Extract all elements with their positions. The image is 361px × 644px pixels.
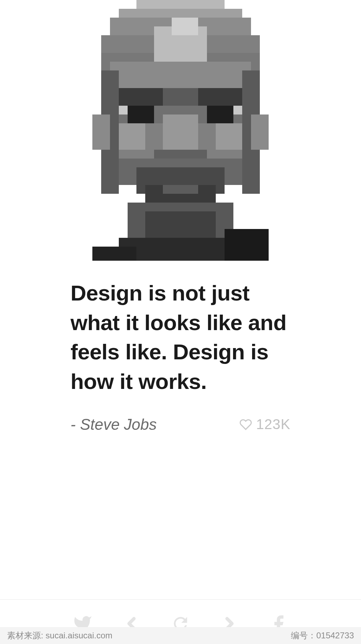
heart-icon xyxy=(239,418,252,431)
svg-rect-11 xyxy=(128,106,154,123)
svg-rect-27 xyxy=(225,229,269,261)
svg-rect-9 xyxy=(198,88,242,106)
svg-rect-23 xyxy=(163,185,198,194)
svg-rect-12 xyxy=(207,106,233,123)
quote-text: Design is not just what it looks like an… xyxy=(71,278,290,396)
likes-count: 123K xyxy=(256,416,290,432)
likes-button[interactable]: 123K xyxy=(239,416,290,432)
svg-rect-34 xyxy=(216,123,242,150)
svg-rect-28 xyxy=(92,247,136,261)
svg-rect-14 xyxy=(233,106,242,114)
attribution-row: - Steve Jobs 123K xyxy=(37,396,324,433)
svg-rect-35 xyxy=(92,114,110,150)
portrait-container xyxy=(37,0,324,261)
author-portrait xyxy=(66,0,295,261)
footer-brand: 素材来源: sucai.aisucai.com xyxy=(7,630,112,641)
quote-author: - Steve Jobs xyxy=(71,416,157,433)
svg-rect-13 xyxy=(119,106,128,114)
svg-rect-36 xyxy=(251,114,269,150)
svg-rect-33 xyxy=(119,123,145,150)
svg-rect-6 xyxy=(110,62,251,88)
svg-rect-32 xyxy=(172,18,198,35)
footer-id: 编号：01542733 xyxy=(291,630,354,641)
svg-rect-8 xyxy=(119,88,163,106)
quote-section: Design is not just what it looks like an… xyxy=(37,261,324,396)
svg-rect-26 xyxy=(119,238,242,261)
watermark-footer: 素材来源: sucai.aisucai.com 编号：01542733 xyxy=(0,627,361,644)
